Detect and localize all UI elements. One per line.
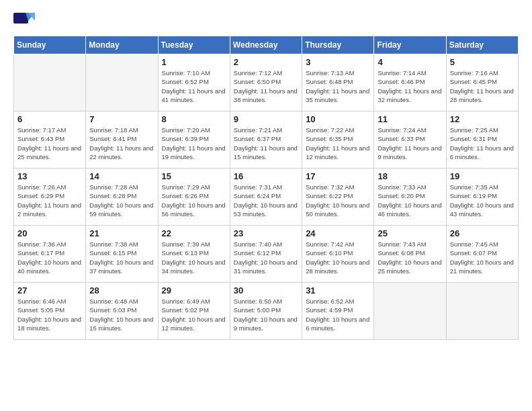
calendar-cell xyxy=(86,54,158,111)
sun-info: Sunrise: 7:36 AMSunset: 6:17 PMDaylight:… xyxy=(17,240,82,275)
day-number: 2 xyxy=(234,57,298,67)
calendar-cell: 13Sunrise: 7:26 AMSunset: 6:29 PMDayligh… xyxy=(14,169,86,226)
calendar-cell: 2Sunrise: 7:12 AMSunset: 6:50 PMDaylight… xyxy=(230,54,302,111)
sun-info: Sunrise: 7:33 AMSunset: 6:20 PMDaylight:… xyxy=(378,183,442,218)
sun-info: Sunrise: 7:29 AMSunset: 6:26 PMDaylight:… xyxy=(162,183,226,218)
sun-info: Sunrise: 7:14 AMSunset: 6:46 PMDaylight:… xyxy=(378,68,442,104)
day-number: 12 xyxy=(450,114,515,124)
calendar-cell: 6Sunrise: 7:17 AMSunset: 6:43 PMDaylight… xyxy=(14,111,86,169)
sun-info: Sunrise: 7:10 AMSunset: 6:52 PMDaylight:… xyxy=(162,68,226,104)
weekday-header-friday: Friday xyxy=(374,36,446,54)
logo-icon xyxy=(13,10,35,29)
sun-info: Sunrise: 7:42 AMSunset: 6:10 PMDaylight:… xyxy=(306,240,370,275)
calendar-cell: 12Sunrise: 7:25 AMSunset: 6:31 PMDayligh… xyxy=(446,111,518,169)
sun-info: Sunrise: 7:17 AMSunset: 6:43 PMDaylight:… xyxy=(17,126,82,161)
day-number: 30 xyxy=(234,285,298,295)
calendar-cell: 30Sunrise: 6:50 AMSunset: 5:00 PMDayligh… xyxy=(230,283,302,340)
day-number: 13 xyxy=(17,171,82,181)
calendar-cell: 31Sunrise: 6:52 AMSunset: 4:59 PMDayligh… xyxy=(302,283,374,340)
day-number: 22 xyxy=(162,228,226,238)
day-number: 4 xyxy=(378,57,442,67)
day-number: 7 xyxy=(89,114,154,124)
sun-info: Sunrise: 7:24 AMSunset: 6:33 PMDaylight:… xyxy=(378,126,442,161)
sun-info: Sunrise: 7:25 AMSunset: 6:31 PMDaylight:… xyxy=(450,126,515,161)
page: SundayMondayTuesdayWednesdayThursdayFrid… xyxy=(0,0,532,350)
day-number: 15 xyxy=(162,171,226,181)
calendar-cell: 10Sunrise: 7:22 AMSunset: 6:35 PMDayligh… xyxy=(302,111,374,169)
day-number: 27 xyxy=(17,285,82,295)
calendar-cell: 23Sunrise: 7:40 AMSunset: 6:12 PMDayligh… xyxy=(230,226,302,283)
day-number: 6 xyxy=(17,114,82,124)
sun-info: Sunrise: 6:48 AMSunset: 5:03 PMDaylight:… xyxy=(89,297,154,332)
weekday-header-tuesday: Tuesday xyxy=(158,36,230,54)
day-number: 9 xyxy=(234,114,298,124)
day-number: 20 xyxy=(17,228,82,238)
sun-info: Sunrise: 7:43 AMSunset: 6:08 PMDaylight:… xyxy=(378,240,442,275)
sun-info: Sunrise: 7:39 AMSunset: 6:13 PMDaylight:… xyxy=(162,240,226,275)
calendar-cell: 14Sunrise: 7:28 AMSunset: 6:28 PMDayligh… xyxy=(86,169,158,226)
logo xyxy=(13,10,37,29)
day-number: 5 xyxy=(450,57,515,67)
calendar-week-row: 13Sunrise: 7:26 AMSunset: 6:29 PMDayligh… xyxy=(14,169,519,226)
day-number: 16 xyxy=(234,171,298,181)
sun-info: Sunrise: 7:40 AMSunset: 6:12 PMDaylight:… xyxy=(234,240,298,275)
svg-rect-0 xyxy=(13,13,28,24)
calendar-cell: 26Sunrise: 7:45 AMSunset: 6:07 PMDayligh… xyxy=(446,226,518,283)
day-number: 11 xyxy=(378,114,442,124)
day-number: 28 xyxy=(89,285,154,295)
day-number: 26 xyxy=(450,228,515,238)
day-number: 23 xyxy=(234,228,298,238)
calendar-cell: 15Sunrise: 7:29 AMSunset: 6:26 PMDayligh… xyxy=(158,169,230,226)
weekday-header-saturday: Saturday xyxy=(446,36,518,54)
sun-info: Sunrise: 7:38 AMSunset: 6:15 PMDaylight:… xyxy=(89,240,154,275)
sun-info: Sunrise: 7:22 AMSunset: 6:35 PMDaylight:… xyxy=(306,126,370,161)
sun-info: Sunrise: 7:32 AMSunset: 6:22 PMDaylight:… xyxy=(306,183,370,218)
day-number: 18 xyxy=(378,171,442,181)
calendar-cell: 21Sunrise: 7:38 AMSunset: 6:15 PMDayligh… xyxy=(86,226,158,283)
calendar-cell xyxy=(14,54,86,111)
weekday-header-wednesday: Wednesday xyxy=(230,36,302,54)
calendar-header-row: SundayMondayTuesdayWednesdayThursdayFrid… xyxy=(14,36,519,54)
calendar-cell: 25Sunrise: 7:43 AMSunset: 6:08 PMDayligh… xyxy=(374,226,446,283)
calendar-cell: 1Sunrise: 7:10 AMSunset: 6:52 PMDaylight… xyxy=(158,54,230,111)
day-number: 1 xyxy=(162,57,226,67)
calendar-cell: 24Sunrise: 7:42 AMSunset: 6:10 PMDayligh… xyxy=(302,226,374,283)
calendar-cell: 28Sunrise: 6:48 AMSunset: 5:03 PMDayligh… xyxy=(86,283,158,340)
weekday-header-sunday: Sunday xyxy=(14,36,86,54)
sun-info: Sunrise: 7:12 AMSunset: 6:50 PMDaylight:… xyxy=(234,68,298,104)
calendar-cell xyxy=(374,283,446,340)
sun-info: Sunrise: 7:35 AMSunset: 6:19 PMDaylight:… xyxy=(450,183,515,218)
calendar-week-row: 1Sunrise: 7:10 AMSunset: 6:52 PMDaylight… xyxy=(14,54,519,111)
day-number: 31 xyxy=(306,285,370,295)
day-number: 10 xyxy=(306,114,370,124)
sun-info: Sunrise: 7:18 AMSunset: 6:41 PMDaylight:… xyxy=(89,126,154,161)
sun-info: Sunrise: 7:26 AMSunset: 6:29 PMDaylight:… xyxy=(17,183,82,218)
calendar-week-row: 20Sunrise: 7:36 AMSunset: 6:17 PMDayligh… xyxy=(14,226,519,283)
calendar-cell: 16Sunrise: 7:31 AMSunset: 6:24 PMDayligh… xyxy=(230,169,302,226)
calendar-cell: 4Sunrise: 7:14 AMSunset: 6:46 PMDaylight… xyxy=(374,54,446,111)
calendar-cell: 8Sunrise: 7:20 AMSunset: 6:39 PMDaylight… xyxy=(158,111,230,169)
day-number: 24 xyxy=(306,228,370,238)
calendar-cell: 29Sunrise: 6:49 AMSunset: 5:02 PMDayligh… xyxy=(158,283,230,340)
calendar-cell: 19Sunrise: 7:35 AMSunset: 6:19 PMDayligh… xyxy=(446,169,518,226)
calendar-week-row: 27Sunrise: 6:46 AMSunset: 5:05 PMDayligh… xyxy=(14,283,519,340)
sun-info: Sunrise: 7:28 AMSunset: 6:28 PMDaylight:… xyxy=(89,183,154,218)
calendar-cell: 20Sunrise: 7:36 AMSunset: 6:17 PMDayligh… xyxy=(14,226,86,283)
calendar-cell: 7Sunrise: 7:18 AMSunset: 6:41 PMDaylight… xyxy=(86,111,158,169)
day-number: 25 xyxy=(378,228,442,238)
calendar-cell: 9Sunrise: 7:21 AMSunset: 6:37 PMDaylight… xyxy=(230,111,302,169)
day-number: 29 xyxy=(162,285,226,295)
sun-info: Sunrise: 6:49 AMSunset: 5:02 PMDaylight:… xyxy=(162,297,226,332)
calendar-cell: 22Sunrise: 7:39 AMSunset: 6:13 PMDayligh… xyxy=(158,226,230,283)
calendar-cell: 3Sunrise: 7:13 AMSunset: 6:48 PMDaylight… xyxy=(302,54,374,111)
sun-info: Sunrise: 7:16 AMSunset: 6:45 PMDaylight:… xyxy=(450,68,515,104)
day-number: 17 xyxy=(306,171,370,181)
day-number: 21 xyxy=(89,228,154,238)
weekday-header-thursday: Thursday xyxy=(302,36,374,54)
header xyxy=(13,10,519,29)
day-number: 3 xyxy=(306,57,370,67)
sun-info: Sunrise: 7:31 AMSunset: 6:24 PMDaylight:… xyxy=(234,183,298,218)
sun-info: Sunrise: 6:46 AMSunset: 5:05 PMDaylight:… xyxy=(17,297,82,332)
sun-info: Sunrise: 7:21 AMSunset: 6:37 PMDaylight:… xyxy=(234,126,298,161)
day-number: 19 xyxy=(450,171,515,181)
